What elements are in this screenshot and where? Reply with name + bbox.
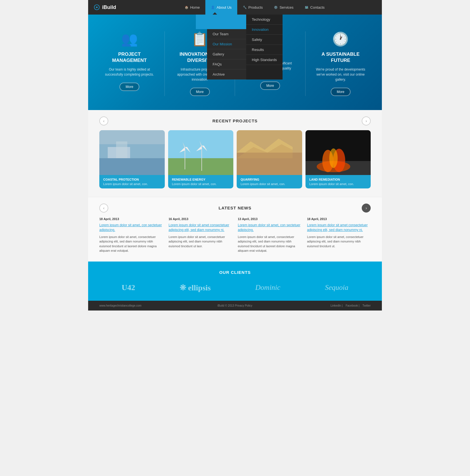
footer-copyright: iBuild © 2013 Privacy Policy xyxy=(217,304,252,307)
dropdown-our-mission[interactable]: Our Mission xyxy=(207,39,246,49)
client-logo-dominic: Dominic xyxy=(255,283,281,292)
brand-icon xyxy=(94,4,100,10)
brand[interactable]: iBuild xyxy=(94,4,116,10)
quarry-name: QUARRYING xyxy=(241,178,298,181)
nav-services-label: Services xyxy=(279,5,293,10)
home-icon: 🏠 xyxy=(185,6,189,9)
footer-twitter[interactable]: Twitter xyxy=(363,304,371,307)
nav-home-label: Home xyxy=(190,5,200,10)
nav-about-label: About Us xyxy=(217,5,231,10)
dropdown-faqs[interactable]: FAQs xyxy=(207,59,246,69)
coastal-svg xyxy=(99,130,165,175)
nav-contacts[interactable]: 🗺️ Contacts xyxy=(299,0,330,15)
footer-social: LinkedIn | Facebook | Twitter xyxy=(328,304,371,307)
hero-title-4: A SUSTAINABLE FUTURE xyxy=(312,51,368,64)
navbar: iBuild 🏠 Home 👤 About Us Our Team Our Mi… xyxy=(88,0,382,15)
services-icon: ⚙️ xyxy=(274,6,278,9)
projects-title: RECENT PROJECTS xyxy=(212,118,258,123)
contacts-icon: 🗺️ xyxy=(305,6,309,9)
news-body-3: Lorem ipsum dolor sit amet, consectetuer… xyxy=(238,235,302,253)
dropdown-results[interactable]: Results xyxy=(246,45,283,55)
footer-linkedin[interactable]: LinkedIn xyxy=(330,304,341,307)
nav-about[interactable] xyxy=(207,15,246,29)
hero-col-4: 🕐 A SUSTAINABLE FUTURE We're proud of th… xyxy=(312,31,368,96)
footer-facebook[interactable]: Facebook xyxy=(346,304,358,307)
svg-rect-7 xyxy=(168,158,234,175)
news-link-1[interactable]: Lorem ipsum dolor sit amet, con sectetue… xyxy=(99,223,163,232)
latest-news-section: ‹ LATEST NEWS › 18 April, 2013 Lorem ips… xyxy=(88,197,382,262)
project-card-coastal[interactable]: COASTAL PROTECTION Lorem ipsum dolor sit… xyxy=(99,130,165,188)
person-icon: 👤 xyxy=(211,6,215,9)
clients-section: OUR CLIENTS U42 ❊ ellipsis Dominic Sequo… xyxy=(88,262,382,301)
coastal-desc: Lorem ipsum dolor sit amet, con. xyxy=(103,182,161,186)
project-card-land[interactable]: LAND REMEDIATION Lorem ipsum dolor sit a… xyxy=(306,130,371,188)
dropdown-gallery[interactable]: Gallery xyxy=(207,49,246,59)
coastal-caption: COASTAL PROTECTION Lorem ipsum dolor sit… xyxy=(99,175,165,188)
quarry-caption: QUARRYING Lorem ipsum dolor sit amet, co… xyxy=(237,175,302,188)
news-date-1: 18 April, 2013 xyxy=(99,217,163,221)
quarry-desc: Lorem ipsum dolor sit amet, con. xyxy=(241,182,298,186)
dropdown-menu: Our Team Our Mission Gallery FAQs Archiv… xyxy=(196,15,283,80)
client-logo-ellipsis: ❊ ellipsis xyxy=(180,283,211,292)
nav-home[interactable]: 🏠 Home xyxy=(179,0,206,15)
future-icon: 🕐 xyxy=(312,31,368,47)
products-icon: 🔧 xyxy=(243,6,247,9)
projects-header: ‹ RECENT PROJECTS › xyxy=(99,118,371,123)
clients-row: U42 ❊ ellipsis Dominic Sequoia xyxy=(99,283,371,292)
coastal-name: COASTAL PROTECTION xyxy=(103,178,161,181)
projects-prev-button[interactable]: ‹ xyxy=(99,116,108,125)
recent-projects-section: ‹ RECENT PROJECTS › COASTAL PROTECTION L… xyxy=(88,110,382,197)
news-body-4: Lorem ipsum dolor sit amet, consectetuer… xyxy=(307,235,371,249)
dropdown-col2: Technology Innovation Safety Results Hig… xyxy=(246,15,283,80)
hero-title-1: PROJECT MANAGEMENT xyxy=(102,51,158,64)
project-card-wind[interactable]: RENEWABLE ENERGY Lorem ipsum dolor sit a… xyxy=(168,130,234,188)
hero-btn-1[interactable]: More xyxy=(119,83,139,91)
brand-name: iBuild xyxy=(102,4,116,10)
nav-items: 🏠 Home 👤 About Us Our Team Our Mission G… xyxy=(133,0,376,15)
dropdown-safety[interactable]: Safety xyxy=(246,35,283,45)
nav-services[interactable]: ⚙️ Services xyxy=(268,0,299,15)
footer: www.heritagechristiancollege.com iBuild … xyxy=(88,301,382,311)
news-title: LATEST NEWS xyxy=(218,206,251,210)
land-image xyxy=(306,130,371,175)
hero-text-1: Our team is highly skilled at successful… xyxy=(102,67,158,77)
hero-btn-2[interactable]: More xyxy=(190,88,210,96)
nav-about[interactable]: 👤 About Us xyxy=(205,0,237,15)
hero-col-1: 👥 PROJECT MANAGEMENT Our team is highly … xyxy=(102,31,158,91)
news-item-1: 18 April, 2013 Lorem ipsum dolor sit ame… xyxy=(99,217,163,253)
news-link-2[interactable]: Lorem ipsum dolor sit amet consectetuer … xyxy=(169,223,232,232)
client-logo-sequoia: Sequoia xyxy=(325,283,349,292)
dropdown-innovation[interactable]: Innovation xyxy=(246,25,283,35)
dropdown-col1: Our Team Our Mission Gallery FAQs Archiv… xyxy=(207,15,246,80)
hero-btn-4[interactable]: More xyxy=(331,88,351,96)
quarry-image xyxy=(237,130,302,175)
dropdown-high-standards[interactable]: High Standards xyxy=(246,55,283,65)
wind-name: RENEWABLE ENERGY xyxy=(172,178,230,181)
news-next-button[interactable]: › xyxy=(362,204,371,213)
projects-next-button[interactable]: › xyxy=(362,116,371,125)
quarry-svg xyxy=(237,130,302,175)
dropdown-our-team[interactable]: Our Team xyxy=(207,29,246,39)
news-prev-button[interactable]: ‹ xyxy=(99,204,108,213)
svg-rect-5 xyxy=(116,141,127,158)
news-date-3: 13 April, 2013 xyxy=(238,217,302,221)
dropdown-technology[interactable]: Technology xyxy=(246,15,283,25)
project-card-quarry[interactable]: QUARRYING Lorem ipsum dolor sit amet, co… xyxy=(237,130,302,188)
svg-rect-3 xyxy=(99,130,165,144)
hero-text-4: We're proud of the developments we've wo… xyxy=(312,67,368,82)
dropdown-archive[interactable]: Archive xyxy=(207,69,246,80)
nav-about[interactable] xyxy=(196,15,207,29)
news-link-4[interactable]: Lorem ipsum dolor sit amet consectetuer … xyxy=(307,223,371,232)
nav-products-label: Products xyxy=(248,5,263,10)
dropdown-arrow xyxy=(213,12,217,15)
news-body-1: Lorem ipsum dolor sit amet, consectetuer… xyxy=(99,235,163,253)
hero-btn-3[interactable]: More xyxy=(260,81,280,90)
svg-rect-2 xyxy=(99,158,165,175)
news-header: ‹ LATEST NEWS › xyxy=(99,206,371,210)
footer-sep-2: | xyxy=(359,304,360,307)
svg-point-25 xyxy=(329,148,338,168)
wind-caption: RENEWABLE ENERGY Lorem ipsum dolor sit a… xyxy=(168,175,234,188)
news-link-3[interactable]: Lorem ipsum dolor sit amet, con sectetue… xyxy=(238,223,302,232)
news-body-2: Lorem ipsum dolor sit amet, consectetuer… xyxy=(169,235,232,249)
nav-products[interactable]: 🔧 Products xyxy=(237,0,268,15)
